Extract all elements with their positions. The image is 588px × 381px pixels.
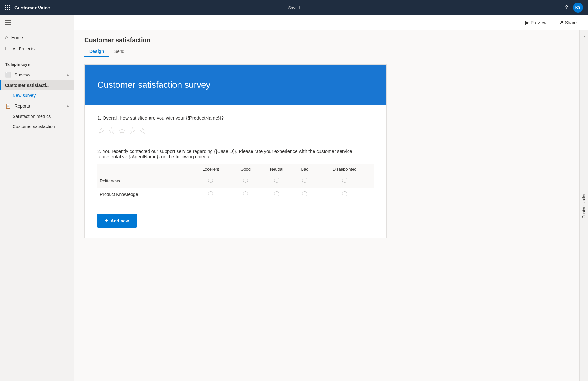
saved-status: Saved <box>288 5 300 10</box>
sidebar-section-title: Tailspin toys <box>0 61 74 69</box>
surveys-label: Surveys <box>14 72 31 77</box>
customization-chevron[interactable]: 〈 <box>581 34 586 41</box>
toolbar: ▶ Preview ↗ Share <box>74 15 588 30</box>
star-2[interactable]: ☆ <box>108 126 116 136</box>
sidebar-item-reports[interactable]: 📋 Reports ∧ <box>0 100 74 111</box>
survey-header-title: Customer satisfaction survey <box>97 80 374 90</box>
tab-design[interactable]: Design <box>84 46 109 57</box>
radio-1-1[interactable] <box>232 188 259 201</box>
add-new-label: Add new <box>111 218 129 223</box>
surveys-icon: ⬜ <box>5 72 11 78</box>
radio-1-0[interactable] <box>190 188 232 201</box>
help-button[interactable]: ? <box>565 5 568 10</box>
sidebar-item-home[interactable]: ⌂ Home <box>0 32 74 43</box>
surveys-chevron: ∧ <box>67 73 69 76</box>
star-1[interactable]: ☆ <box>97 126 105 136</box>
radio-1-3[interactable] <box>294 188 316 201</box>
survey-header: Customer satisfaction survey <box>85 65 386 105</box>
question-1: 1. Overall, how satisfied are you with y… <box>97 115 374 136</box>
star-5[interactable]: ☆ <box>139 126 147 136</box>
star-4[interactable]: ☆ <box>128 126 136 136</box>
reports-chevron: ∧ <box>67 104 69 108</box>
active-survey-label: Customer satisfacti... <box>5 83 50 88</box>
col-header-disappointed: Disappointed <box>315 164 374 174</box>
sidebar-item-satisfaction-metrics[interactable]: Satisfaction metrics <box>0 111 74 121</box>
add-new-button[interactable]: + Add new <box>97 214 137 228</box>
col-header-neutral: Neutral <box>259 164 294 174</box>
sidebar-item-new-survey[interactable]: New survey <box>0 90 74 100</box>
col-header-excellent: Excellent <box>190 164 232 174</box>
new-survey-label: New survey <box>13 93 36 98</box>
main-content: ▶ Preview ↗ Share Customer satisfaction … <box>74 15 588 381</box>
rating-table: Excellent Good Neutral Bad Disappointed <box>97 164 374 201</box>
radio-0-4[interactable] <box>315 174 374 188</box>
radio-0-1[interactable] <box>232 174 259 188</box>
radio-option[interactable] <box>274 191 279 196</box>
customer-satisfaction-report-label: Customer satisfaction <box>13 124 55 129</box>
share-label: Share <box>565 20 577 25</box>
customization-label: Customization <box>581 193 586 218</box>
radio-option[interactable] <box>243 191 248 196</box>
tab-send[interactable]: Send <box>109 46 130 57</box>
reports-label: Reports <box>14 104 30 109</box>
question-1-text: 1. Overall, how satisfied are you with y… <box>97 115 374 120</box>
radio-option[interactable] <box>302 178 307 183</box>
sidebar: ⌂ Home ☐ All Projects Tailspin toys ⬜ Su… <box>0 15 74 381</box>
sidebar-item-customer-satisfaction[interactable]: Customer satisfacti... <box>0 80 74 90</box>
star-3[interactable]: ☆ <box>118 126 126 136</box>
home-icon: ⌂ <box>5 35 8 41</box>
customization-panel[interactable]: 〈 Customization <box>579 30 588 381</box>
plus-icon: + <box>105 217 108 224</box>
home-label: Home <box>11 35 23 40</box>
radio-option[interactable] <box>342 178 347 183</box>
star-rating[interactable]: ☆ ☆ ☆ ☆ ☆ <box>97 126 374 136</box>
reports-icon: 📋 <box>5 103 11 109</box>
radio-option[interactable] <box>342 191 347 196</box>
projects-icon: ☐ <box>5 46 9 52</box>
col-header-good: Good <box>232 164 259 174</box>
sidebar-item-customer-satisfaction-report[interactable]: Customer satisfaction <box>0 121 74 132</box>
preview-label: Preview <box>531 20 546 25</box>
sidebar-item-all-projects[interactable]: ☐ All Projects <box>0 43 74 54</box>
radio-1-2[interactable] <box>259 188 294 201</box>
survey-card: Customer satisfaction survey 1. Overall,… <box>84 64 387 238</box>
preview-icon: ▶ <box>525 20 529 25</box>
tabs: Design Send <box>84 46 569 57</box>
question-2-text: 2. You recently contacted our support se… <box>97 148 374 159</box>
col-header-empty <box>97 164 190 174</box>
satisfaction-metrics-label: Satisfaction metrics <box>13 114 51 119</box>
radio-option[interactable] <box>243 178 248 183</box>
preview-button[interactable]: ▶ Preview <box>521 18 550 27</box>
radio-0-2[interactable] <box>259 174 294 188</box>
content-area: Customer satisfaction Design Send Custom… <box>74 30 579 381</box>
page-title: Customer satisfaction <box>84 36 569 44</box>
app-title: Customer Voice <box>14 5 50 10</box>
sidebar-item-surveys[interactable]: ⬜ Surveys ∧ <box>0 69 74 80</box>
row-label: Politeness <box>97 174 190 188</box>
share-button[interactable]: ↗ Share <box>555 18 580 27</box>
radio-1-4[interactable] <box>315 188 374 201</box>
radio-option[interactable] <box>302 191 307 196</box>
waffle-icon[interactable] <box>5 5 11 10</box>
table-row: Politeness <box>97 174 374 188</box>
user-avatar[interactable]: KS <box>573 3 583 13</box>
all-projects-label: All Projects <box>13 46 35 51</box>
radio-option[interactable] <box>208 178 213 183</box>
radio-option[interactable] <box>208 191 213 196</box>
radio-0-3[interactable] <box>294 174 316 188</box>
radio-option[interactable] <box>274 178 279 183</box>
share-icon: ↗ <box>559 20 563 25</box>
table-row: Product Knowledge <box>97 188 374 201</box>
survey-body: 1. Overall, how satisfied are you with y… <box>85 105 386 238</box>
row-label: Product Knowledge <box>97 188 190 201</box>
question-2: 2. You recently contacted our support se… <box>97 148 374 201</box>
top-nav: Customer Voice Saved ? KS <box>0 0 588 15</box>
hamburger-menu[interactable] <box>0 18 74 27</box>
radio-0-0[interactable] <box>190 174 232 188</box>
col-header-bad: Bad <box>294 164 316 174</box>
